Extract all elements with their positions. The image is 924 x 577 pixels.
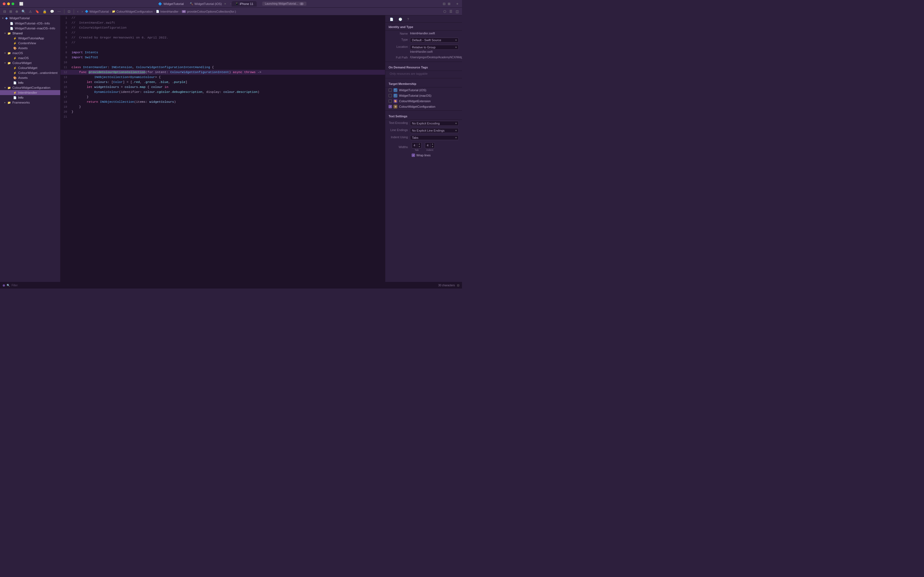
toolbar-icon-2[interactable]: ⊞ xyxy=(8,9,13,14)
launch-badge: 3 xyxy=(300,2,304,5)
line-number: 1 xyxy=(60,15,69,20)
target-widget[interactable]: 🎨 ColourWidgetExtension xyxy=(385,98,462,104)
indent-dropdown-wrapper[interactable]: Tabs ▾ xyxy=(410,135,459,140)
toolbar-icon-msg[interactable]: 💬 xyxy=(49,9,55,14)
target-intent[interactable]: ✓ ⚙ ColourWidgetConfiguration xyxy=(385,104,462,110)
sidebar-group-cwconfig[interactable]: 📁 ColourWidgetConfiguration xyxy=(0,85,60,90)
inspector-icon-1[interactable]: ⬡ xyxy=(442,9,447,14)
sidebar-cw-main-label: ColourWidget xyxy=(18,66,37,69)
filter-label[interactable]: Filter xyxy=(11,284,18,287)
sidebar-group-macos[interactable]: 📁 macOS xyxy=(0,50,60,55)
breadcrumb-widgettutorial[interactable]: 🔷 WidgetTutorial xyxy=(85,10,109,13)
inspector-tab-help[interactable]: ? xyxy=(405,16,411,22)
type-dropdown[interactable]: Default - Swift Source ▾ xyxy=(410,38,459,43)
encoding-dropdown[interactable]: No Explicit Encoding ▾ xyxy=(410,121,459,126)
breadcrumb-method[interactable]: M provideColourOptionsCollection(for:) xyxy=(182,10,236,13)
code-editor[interactable]: 1//2// IntentHandler.swift3// ColourWidg… xyxy=(60,15,385,282)
sidebar-item-macos-main[interactable]: ⚡ macOS xyxy=(0,55,60,60)
target-macos-checkbox[interactable] xyxy=(389,94,392,97)
sidebar-item-assets-shared[interactable]: 🎨 Assets xyxy=(0,46,60,50)
minimize-button[interactable] xyxy=(7,2,10,5)
tab-down-btn[interactable]: ▼ xyxy=(417,145,421,148)
sidebar-item-assets-cw[interactable]: 🎨 Assets xyxy=(0,75,60,80)
inspector-type-row: Type Default - Swift Source ▾ xyxy=(385,37,462,44)
target-widget-checkbox[interactable] xyxy=(389,100,392,103)
encoding-dropdown-wrapper[interactable]: No Explicit Encoding ▾ xyxy=(410,121,459,126)
tab-up-btn[interactable]: ▲ xyxy=(417,143,421,145)
line-content: class IntentHandler: INExtension, Colour… xyxy=(69,65,214,70)
project-title: WidgetTutorial xyxy=(163,2,184,5)
sidebar-item-cw-intent[interactable]: ⚡ ColourWidget...urationIntent xyxy=(0,70,60,75)
tab-width-label: Tab xyxy=(415,149,419,152)
inspector-tab-file[interactable]: 📄 xyxy=(388,16,396,22)
separator-3 xyxy=(385,110,462,111)
sidebar-item-widgettutorial[interactable]: ◆ WidgetTutorial xyxy=(0,15,60,21)
sidebar-toggle[interactable]: ⬜ xyxy=(19,2,23,6)
tab-ios[interactable]: 🔨 WidgetTutorial (iOS) ✕ xyxy=(186,1,229,6)
encoding-label: Text Encoding xyxy=(389,121,408,124)
app-icon: ⚡ xyxy=(13,37,16,40)
toolbar-icon-warn[interactable]: ⚠ xyxy=(28,9,33,14)
inspector-tab-history[interactable]: 🕐 xyxy=(396,16,404,22)
line-number: 3 xyxy=(60,25,69,30)
line-content: // Created by Gregor Hermanowski on 6. A… xyxy=(69,35,168,40)
tab-stepper[interactable]: 4 ▲ ▼ xyxy=(412,142,422,148)
sidebar-item-info-cwc[interactable]: 📄 Info xyxy=(0,95,60,100)
breadcrumb-configuration[interactable]: 📁 ColourWidgetConfiguration xyxy=(112,10,153,13)
tab-ios-close[interactable]: ✕ xyxy=(224,2,226,5)
type-dropdown-wrapper[interactable]: Default - Swift Source ▾ xyxy=(410,38,459,43)
hide-sidebar-icon[interactable]: ⊟ xyxy=(2,9,7,14)
toolbar-icon-search[interactable]: 🔍 xyxy=(20,9,27,14)
line-endings-dropdown[interactable]: No Explicit Line Endings ▾ xyxy=(410,128,459,133)
code-line: 13 INObjectCollection<DynamicColour> { xyxy=(60,75,385,80)
sidebar-item-macos-info[interactable]: 📄 WidgetTutorial--macOS--Info xyxy=(0,26,60,31)
name-value: IntentHandler.swift xyxy=(410,32,459,35)
forward-icon[interactable]: › xyxy=(81,9,84,14)
toolbar-icon-lock[interactable]: 🔒 xyxy=(42,9,48,14)
toolbar-icon-more[interactable]: ⋯ xyxy=(57,9,62,14)
sidebar-shared-label: Shared xyxy=(12,32,23,35)
sidebar-item-colourwidget[interactable]: ⚡ ColourWidget xyxy=(0,65,60,70)
toolbar-icon-3[interactable]: ⊕ xyxy=(14,9,19,14)
sidebar-item-intenthandler[interactable]: ⚡ IntentHandler xyxy=(0,90,60,95)
tab-ios-label: WidgetTutorial (iOS) xyxy=(194,2,222,5)
back-icon[interactable]: ‹ xyxy=(76,9,79,14)
sidebar-group-frameworks[interactable]: 📁 Frameworks xyxy=(0,100,60,105)
toolbar-icon-bookmark[interactable]: 🔖 xyxy=(34,9,40,14)
line-endings-dropdown-wrapper[interactable]: No Explicit Line Endings ▾ xyxy=(410,128,459,133)
maximize-button[interactable] xyxy=(11,2,14,5)
target-title: Target Membership xyxy=(385,79,462,87)
indent-down-btn[interactable]: ▼ xyxy=(430,145,435,148)
new-tab-button[interactable]: ＋ xyxy=(456,2,459,6)
line-content: // xyxy=(69,15,75,20)
target-intent-checkbox[interactable]: ✓ xyxy=(389,105,392,108)
sidebar-item-ios-info[interactable]: 📄 WidgetTutorial--iOS--Info xyxy=(0,21,60,26)
target-ios[interactable]: 🔨 WidgetTutorial (iOS) xyxy=(385,87,462,93)
location-dropdown[interactable]: Relative to Group ▾ xyxy=(410,45,459,50)
sidebar-item-info-cw[interactable]: 📄 Info xyxy=(0,80,60,85)
sidebar-item-contentview[interactable]: ⚡ ContentView xyxy=(0,41,60,46)
sidebar-ios-info-label: WidgetTutorial--iOS--Info xyxy=(15,22,50,25)
sidebar-group-colourwidget[interactable]: 📁 ColourWidget xyxy=(0,60,60,65)
indent-stepper[interactable]: 4 ▲ ▼ xyxy=(425,142,435,148)
wrap-lines-checkbox[interactable]: ✓ xyxy=(412,153,415,157)
status-icon-right[interactable]: ⊡ xyxy=(457,284,459,287)
inspector-icon-2[interactable]: ☰ xyxy=(448,9,454,14)
code-line: 17 } xyxy=(60,95,385,100)
target-macos[interactable]: 🔨 WidgetTutorial (macOS) xyxy=(385,93,462,98)
minimap-icon[interactable]: ⊡ xyxy=(66,9,71,14)
sidebar-group-shared[interactable]: 📁 Shared xyxy=(0,31,60,36)
tab-iphone[interactable]: 📱 iPhone 11 xyxy=(232,1,257,6)
target-ios-checkbox[interactable] xyxy=(389,89,392,92)
breadcrumb-file-label: IntentHandler xyxy=(160,10,178,13)
layout-icon-1[interactable]: ⊟ xyxy=(443,2,446,6)
indent-dropdown[interactable]: Tabs ▾ xyxy=(410,135,459,140)
close-button[interactable] xyxy=(3,2,5,5)
tab-separator: › xyxy=(229,2,231,5)
sidebar-item-app[interactable]: ⚡ WidgetTutorialApp xyxy=(0,36,60,41)
location-dropdown-wrapper[interactable]: Relative to Group ▾ IntentHandler.swift xyxy=(410,45,459,53)
inspector-icon-3[interactable]: ◫ xyxy=(455,9,460,14)
breadcrumb-intenthandler[interactable]: 📄 IntentHandler xyxy=(156,10,178,13)
layout-icon-2[interactable]: ⊞ xyxy=(448,2,451,6)
indent-up-btn[interactable]: ▲ xyxy=(430,143,435,145)
